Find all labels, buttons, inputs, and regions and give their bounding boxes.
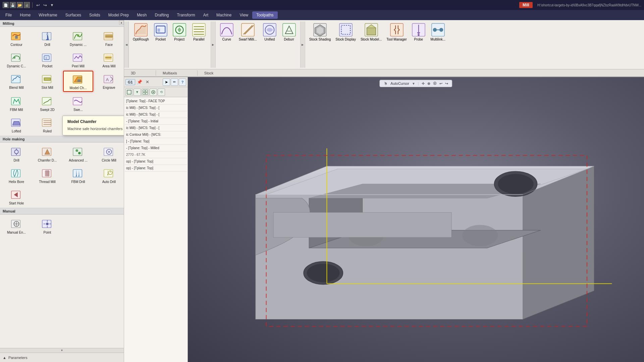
tool-auto-drill[interactable]: Auto Drill (94, 165, 124, 185)
tool-helix-bore[interactable]: Helix Bore (1, 165, 32, 185)
ops-item-0[interactable]: [Tplane: Top] - FACE TOP (125, 98, 187, 105)
tool-point[interactable]: Point (32, 216, 62, 236)
ops-item-2[interactable]: ic Mill) - [WCS: Top] - [ (125, 111, 187, 118)
ribbon-optiroug[interactable]: OptiRough (131, 21, 151, 68)
open-icon[interactable]: 📂 (17, 2, 23, 8)
g1-button[interactable]: G1 (125, 79, 135, 85)
tool-swept2d[interactable]: Swept 2D (32, 93, 62, 113)
ribbon-tool-manager[interactable]: Tool Manager (384, 21, 409, 68)
autocursor-dropdown[interactable]: ▼ (412, 82, 415, 85)
tool-area[interactable]: Area Mill (94, 49, 124, 70)
ops-item-3[interactable]: - [Tplane: Top] - Initial (125, 118, 187, 125)
view-transform-icon[interactable]: ⟲ (158, 88, 165, 96)
tool-dynamic[interactable]: Dynamic ... (63, 28, 93, 48)
panel-scroll-up[interactable]: ▲ (119, 20, 124, 25)
menu-modelprep[interactable]: Model Prep (104, 11, 133, 19)
ribbon-deburr[interactable]: Deburr (280, 21, 298, 68)
ops-item-7[interactable]: - [Tplane: Top] - Milled (125, 145, 187, 152)
new-icon[interactable]: 📄 (3, 2, 9, 8)
tool-dynamic-c[interactable]: Dynamic C... (1, 49, 32, 70)
ribbon-scroll-left[interactable]: ◀ (124, 21, 129, 68)
tool-chamfer-d[interactable]: Chamfer D... (32, 143, 62, 164)
menu-wireframe[interactable]: Wireframe (35, 11, 61, 19)
tool-peel[interactable]: Peel Mill (63, 49, 93, 70)
redo-icon[interactable]: ↪ (42, 2, 48, 8)
tool-pocket-label: Pocket (42, 64, 53, 68)
menu-drafting[interactable]: Drafting (151, 11, 173, 19)
ops-item-9[interactable]: op) - [Tplane: Top] (125, 158, 187, 165)
ops-item-10[interactable]: op) - [Tplane: Top] (125, 165, 187, 172)
ribbon-stock-model[interactable]: Stock Model... (359, 21, 384, 68)
ribbon-optiroug-label: OptiRough (133, 38, 149, 41)
menu-file[interactable]: File (1, 11, 16, 19)
toolbar-help[interactable]: ? (179, 78, 186, 86)
ribbon-curve[interactable]: Curve (218, 21, 236, 68)
ops-item-8[interactable]: 2770 - 67.7K (125, 152, 187, 158)
ribbon-swarf[interactable]: Swarf Milli... (236, 21, 259, 68)
tool-fbm-mill[interactable]: FBM Mill (1, 93, 32, 113)
ribbon-project[interactable]: Project (170, 21, 189, 68)
tool-drill[interactable]: Drill (32, 28, 62, 48)
tool-circle-mill[interactable]: Circle Mill (94, 143, 124, 164)
view-arrow-icon[interactable]: ▼ (133, 88, 141, 96)
undo-icon[interactable]: ↩ (35, 2, 41, 8)
print-icon[interactable]: 🖨 (24, 2, 30, 8)
view-box-icon[interactable] (125, 88, 133, 96)
tool-pocket[interactable]: Pocket (32, 49, 62, 70)
tool-face[interactable]: Face (94, 28, 124, 48)
toolbar-arrow[interactable]: ➤ (163, 78, 170, 86)
view-target-icon[interactable] (150, 88, 157, 96)
tool-contour[interactable]: Contour (1, 28, 32, 48)
tool-start-hole[interactable]: Start Hole (1, 186, 32, 207)
ribbon-unified[interactable]: Unified (260, 21, 279, 68)
menu-solids[interactable]: Solids (85, 11, 104, 19)
menu-view[interactable]: View (235, 11, 252, 19)
tool-lofted-label: Lofted (12, 129, 21, 133)
tool-swe[interactable]: Swe... (63, 93, 93, 113)
panel-scroll-down[interactable]: ▼ (0, 348, 124, 353)
ops-item-4[interactable]: ic Mill) - [WCS: Top] - [ (125, 125, 187, 131)
tool-thread-mill[interactable]: Thread Mill (32, 165, 62, 185)
file-path: H:\shortcut-targets-by-id\0BxA9vc3B7qqaf… (537, 3, 641, 7)
tool-advanced[interactable]: Advanced ... (63, 143, 93, 164)
ops-item-6[interactable]: ] - [Tplane: Top] (125, 138, 187, 145)
ribbon-stock-display[interactable]: Stock Display (333, 21, 358, 68)
autocursor-icon5: ↩ (439, 81, 442, 86)
ribbon-stock-shading[interactable]: Stock Shading (307, 21, 333, 68)
menu-machine[interactable]: Machine (212, 11, 235, 19)
tool-blend[interactable]: Blend Mill (1, 71, 32, 92)
tool-manual-en[interactable]: Manual En... (1, 216, 32, 236)
svg-rect-2 (42, 33, 51, 40)
tool-model-chamfer[interactable]: Model Ch... (63, 71, 93, 92)
svg-rect-85 (390, 23, 403, 36)
parameters-bar[interactable]: ▲ Parameters (0, 353, 124, 362)
save-icon[interactable]: 💾 (10, 2, 16, 8)
ribbon-multilink[interactable]: Multilink... (428, 21, 448, 68)
menu-surfaces[interactable]: Surfaces (61, 11, 85, 19)
more-icon[interactable]: ▼ (49, 2, 55, 8)
ops-item-1[interactable]: ic Mill) - [WCS: Top] - [ (125, 105, 187, 111)
menu-art[interactable]: Art (199, 11, 212, 19)
view-grid-icon[interactable] (142, 88, 149, 96)
pin-icon[interactable]: 📌 (136, 78, 143, 86)
ribbon-probe[interactable]: Probe (410, 21, 428, 68)
viewport-3d[interactable]: 🖱 AutoCursor ▼ | ✛ ⊕ ⦿ ↩ ↪ (188, 77, 644, 362)
toolbar-edit[interactable]: ✏ (171, 78, 178, 86)
close-panel-icon[interactable]: ✕ (144, 78, 151, 86)
ops-item-5[interactable]: ic Contour Mill) - [WCS: (125, 131, 187, 138)
tool-fbm-drill[interactable]: FBM Drill (63, 165, 93, 185)
tool-engrave[interactable]: A Engrave (94, 71, 124, 92)
ribbon-parallel[interactable]: Parallel (189, 21, 209, 68)
ribbon-scroll-right[interactable]: ▶ (211, 21, 216, 68)
menu-transform[interactable]: Transform (173, 11, 199, 19)
menu-mesh[interactable]: Mesh (133, 11, 151, 19)
menu-home[interactable]: Home (16, 11, 35, 19)
tool-slot[interactable]: Slot Mill (32, 71, 62, 92)
ribbon-pocket[interactable]: Pocket (152, 21, 170, 68)
tool-drill2[interactable]: Drill (1, 143, 32, 164)
ribbon-scroll-right2[interactable]: ▶ (301, 21, 305, 68)
tool-point-label: Point (44, 231, 51, 234)
menu-toolpaths[interactable]: Toolpaths (252, 11, 277, 19)
tool-ruled[interactable]: Ruled (32, 114, 62, 135)
tool-lofted[interactable]: Lofted (1, 114, 32, 135)
